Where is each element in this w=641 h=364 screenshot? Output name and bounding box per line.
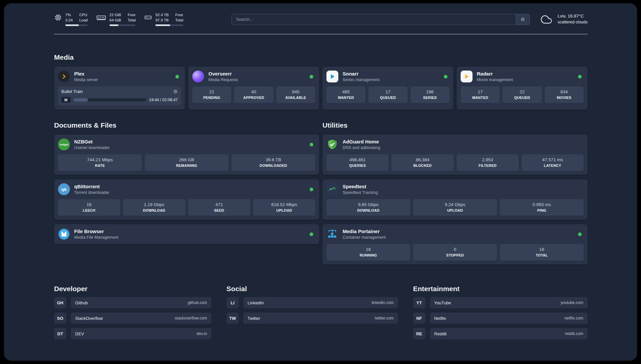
portainer-icon xyxy=(326,228,338,240)
stat-value: 618.52 Mbps xyxy=(255,202,313,207)
link-name: Netflix xyxy=(434,316,446,321)
stat-tile: 2,953 FILTERED xyxy=(457,154,519,171)
hard-drive-icon xyxy=(144,14,152,21)
link-linkedin[interactable]: LI LinkedIn linkedin.com xyxy=(227,297,398,308)
stat-label: APPROVED xyxy=(236,96,271,100)
weather-condition: scattered clouds xyxy=(558,19,588,25)
section-title-utilities: Utilities xyxy=(322,121,588,129)
stat-tile: 945 AVAILABLE xyxy=(276,86,315,103)
link-dev[interactable]: DT DEV dev.to xyxy=(54,328,211,339)
stat-value: 744.21 Mbps xyxy=(60,157,140,162)
app-subtitle: Movie management xyxy=(477,77,513,82)
search-engine-button[interactable]: G xyxy=(516,14,530,25)
disk-progress-bar xyxy=(155,24,183,26)
links-section: Developer GH Github github.com SO StackO… xyxy=(54,285,588,339)
app-card-filebrowser[interactable]: File Browser Media File Management xyxy=(54,224,319,244)
overseerr-icon xyxy=(192,71,204,82)
link-twitter[interactable]: TW Twitter twitter.com xyxy=(227,313,398,324)
ram-labels: Free Total xyxy=(128,13,136,23)
status-indicator xyxy=(578,75,582,78)
section-title-social: Social xyxy=(227,285,398,293)
app-card-nzbget[interactable]: nzbget NZBGet Usenet downloader 744.21 M… xyxy=(54,135,319,175)
app-card-overseerr[interactable]: Overseerr Media Requests 21 PENDING 40 A… xyxy=(188,67,319,109)
stat-label: QUEUED xyxy=(370,96,405,100)
pause-button[interactable] xyxy=(61,97,71,103)
stat-label: BLOCKED xyxy=(393,164,451,167)
playback-progress-bar[interactable] xyxy=(74,98,146,102)
app-subtitle: Torrent downloader xyxy=(74,190,109,195)
app-subtitle: DNS and adblocking xyxy=(343,145,380,150)
stat-value: 16 xyxy=(60,202,118,207)
app-card-radarr[interactable]: Radarr Movie management 17 WANTED 22 QUE… xyxy=(457,67,588,109)
stat-label: LATENCY xyxy=(524,164,582,167)
link-name: LinkedIn xyxy=(248,300,264,305)
link-name: StackOverflow xyxy=(75,316,103,321)
stat-value: 21 xyxy=(194,89,229,94)
nzbget-icon: nzbget xyxy=(58,138,70,150)
stat-label: WANTED xyxy=(328,96,363,100)
topbar-divider xyxy=(54,34,588,34)
link-github[interactable]: GH Github github.com xyxy=(54,297,211,308)
app-subtitle: Media Requests xyxy=(208,77,238,82)
stat-value: 266 GB xyxy=(147,157,227,162)
utilities-column: Utilities AdGuard Home xyxy=(322,121,588,264)
stat-tile: 22 QUEUED xyxy=(503,86,541,103)
app-name: Speedtest xyxy=(343,184,378,189)
stat-tile: 0.993 ms PING xyxy=(500,199,584,216)
link-netflix[interactable]: NF Netflix netflix.com xyxy=(413,313,588,324)
app-name: Sonarr xyxy=(343,71,380,76)
stat-value: 196 xyxy=(412,89,447,94)
gear-icon[interactable]: ⚙ xyxy=(173,89,178,94)
stat-label: RATE xyxy=(60,164,140,167)
link-youtube[interactable]: YT YouTube youtube.com xyxy=(413,297,588,308)
now-playing-title: Bullet Train xyxy=(61,89,83,94)
stat-tile: 16 TOTAL xyxy=(500,244,584,260)
search-input[interactable] xyxy=(232,14,516,25)
developer-column: Developer GH Github github.com SO StackO… xyxy=(54,285,211,339)
stat-tile: 17 WANTED xyxy=(461,86,500,103)
stat-value: 1.19 Gbps xyxy=(125,202,183,207)
disk-labels: Free Total xyxy=(175,13,183,23)
status-indicator xyxy=(310,188,313,191)
disk-stat: 52.4 TB 97.9 TB Free Total xyxy=(144,13,183,26)
app-card-adguard[interactable]: AdGuard Home DNS and adblocking 498,461 … xyxy=(322,135,588,175)
stat-label: UPLOAD xyxy=(255,208,313,212)
app-card-plex[interactable]: Plex Media server Bullet Train ⚙ xyxy=(54,67,185,109)
status-indicator xyxy=(310,143,313,146)
stat-label: DOWNLOAD xyxy=(125,208,183,212)
app-card-speedtest[interactable]: Speedtest Speedtest Tracking 9.65 Gbps D… xyxy=(322,179,588,220)
stat-value: 9.65 Gbps xyxy=(328,202,408,207)
app-subtitle: Media File Management xyxy=(74,235,118,240)
qbittorrent-icon: qb xyxy=(58,183,70,195)
stat-value: 86,384 xyxy=(393,157,451,162)
stat-value: 17 xyxy=(463,89,498,94)
app-subtitle: Media server xyxy=(74,77,98,82)
app-card-portainer[interactable]: Media Portainer Container management 16 … xyxy=(322,224,588,264)
stat-label: LEECH xyxy=(60,208,118,212)
ram-progress-bar xyxy=(109,24,136,26)
app-card-qbittorrent[interactable]: qb qBittorrent Torrent downloader 16 LEE… xyxy=(54,179,319,220)
stat-tile: 9.65 Gbps DOWNLOAD xyxy=(326,199,410,216)
status-indicator xyxy=(578,232,582,236)
media-section: Media Plex Media server xyxy=(54,53,588,109)
stat-tile: 16 LEECH xyxy=(58,199,120,216)
search-bar: G xyxy=(231,14,530,25)
link-domain: github.com xyxy=(188,300,207,305)
github-icon: GH xyxy=(54,297,66,308)
stat-value: 471 xyxy=(190,202,248,207)
stat-tile: 0 STOPPED xyxy=(413,244,497,260)
app-card-sonarr[interactable]: Sonarr Series management 485 WANTED 17 Q… xyxy=(322,67,453,109)
twitter-icon: TW xyxy=(227,313,239,324)
link-stackoverflow[interactable]: SO StackOverflow stackoverflow.com xyxy=(54,313,211,324)
app-subtitle: Container management xyxy=(343,235,386,240)
stat-tile: 9.24 Gbps UPLOAD xyxy=(413,199,497,216)
weather-widget[interactable]: Lviv, 16.87°C scattered clouds xyxy=(539,13,588,25)
link-domain: youtube.com xyxy=(561,300,583,305)
documents-column: Documents & Files nzbget NZBGet Usenet d… xyxy=(54,121,319,264)
playback-time: 24:44 / 02:06:47 xyxy=(149,98,178,102)
stat-label: AVAILABLE xyxy=(278,96,313,100)
link-reddit[interactable]: RE Reddit reddit.com xyxy=(413,328,588,339)
disk-values: 52.4 TB 97.9 TB xyxy=(155,13,168,23)
stat-tile: 17 QUEUED xyxy=(368,86,407,103)
section-title-developer: Developer xyxy=(54,285,211,293)
